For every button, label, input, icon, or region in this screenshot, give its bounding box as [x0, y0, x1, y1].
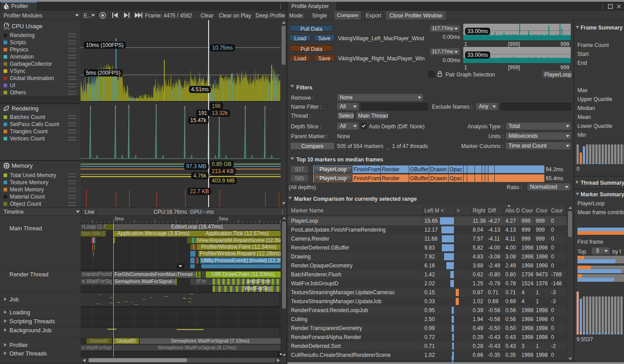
svg-text:CPU: CPU	[4, 27, 10, 30]
